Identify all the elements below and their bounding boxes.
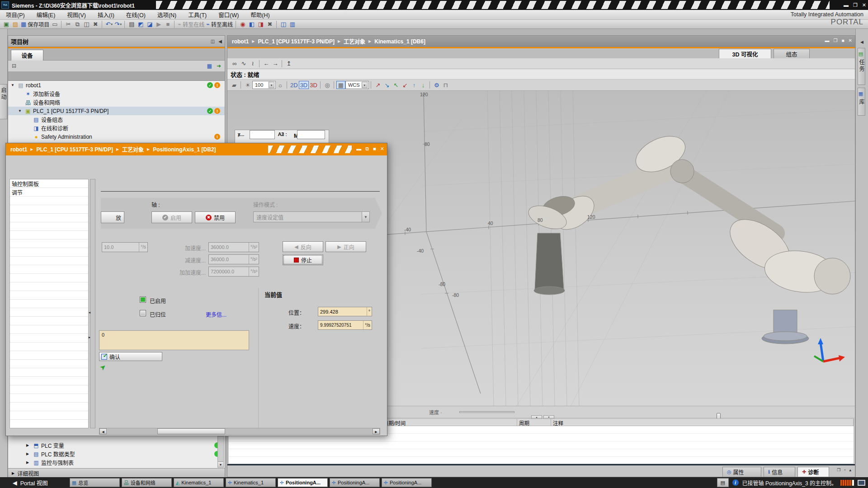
dialog-breadcrumb-item[interactable]: PLC_1 [CPU 1517TF-3 PN/DP] [37,146,113,153]
backward-button[interactable]: ◀ 反向 [283,241,323,252]
jerk-field[interactable]: 7200000.0°/s³ [208,267,259,277]
tab-configuration[interactable]: 组态 [774,49,810,58]
close-button[interactable]: ✕ [862,2,866,8]
table-column-header[interactable]: 注释 [551,419,854,426]
speed-slider[interactable] [459,411,514,413]
opmode-select[interactable]: 速度设定值 ▼ [253,211,370,222]
accel-field[interactable]: 36000.0°/s² [208,242,259,252]
menu-item[interactable]: 编辑(E) [31,10,61,19]
splitter-left-icon[interactable]: ◂ [89,310,90,314]
print-icon[interactable]: ▭ [50,20,59,28]
view-3d-icon[interactable]: 3D [299,81,309,89]
download-to-device-icon[interactable]: ◩ [136,20,145,28]
tree-item-device-config[interactable]: ▤ 设备组态 [8,115,225,124]
receive-alarms-icon[interactable]: ◨ [256,20,265,28]
new-project-icon[interactable]: ▣ [2,20,11,28]
collapse-right-icon[interactable]: ◀ [860,40,863,44]
gripper-icon[interactable]: ⊓ [441,81,450,89]
wcs-value-field[interactable] [250,130,275,139]
dlg-close-button[interactable]: ✕ [380,146,384,152]
nav-forward-icon[interactable]: → [271,60,280,68]
confirm-button[interactable]: 确认 [99,352,162,361]
sync-icon[interactable]: ➜ [217,63,221,69]
go-offline-button[interactable]: ⌁ 转至离线 [205,20,234,28]
sep3[interactable] [320,81,321,89]
enable-axis-button[interactable]: ✔ 启用 [151,211,192,223]
split-horizontal-icon[interactable]: ◫ [279,20,288,28]
enabled-checkbox[interactable] [140,296,146,303]
trace-signal-icon[interactable]: ∿ [239,60,248,68]
menu-item[interactable]: 项目(P) [0,10,31,19]
tab-3d-visualization[interactable]: 3D 可视化 [719,49,771,58]
nav-back-icon[interactable]: ← [262,60,271,68]
stop-button[interactable]: 停止 [283,254,323,265]
copy-icon[interactable]: ⧉ [73,20,82,28]
filter-icon[interactable]: ⊟ [12,63,16,69]
export-icon[interactable]: ↥ [284,60,293,68]
breadcrumb-item[interactable]: PLC_1 [CPU 1517TF-3 PN/DP] [258,38,335,45]
upload-from-device-icon[interactable]: ◪ [145,20,154,28]
doc-maximize-button[interactable]: ■ [842,38,844,43]
menu-item[interactable]: 工具(T) [182,10,212,19]
sep6[interactable] [429,81,430,89]
task-devices-networks[interactable]: 品 设备和网络 [122,478,172,487]
sep4[interactable] [174,21,175,28]
dialog-breadcrumb-item[interactable]: PositioningAxis_1 [DB2] [153,146,216,153]
camera-icon[interactable]: ▰ [230,81,239,89]
vtab-tasks[interactable]: ▤ 任务 [858,48,865,85]
splitter-down-icon[interactable]: ▼ [543,415,554,419]
doc-restore-button[interactable]: ❐ [834,38,838,43]
scroll-down-icon[interactable]: ▼ [218,461,223,467]
breadcrumb-item[interactable]: Kinematics_1 [DB6] [374,38,425,45]
scroll-left-icon[interactable]: ◀ [99,428,107,434]
decel-field[interactable]: 36000.0°/s² [208,254,259,264]
paste-icon[interactable]: ◫ [82,20,91,28]
dialog-breadcrumb-item[interactable]: robot1 [10,146,27,153]
dialog-nav-scrollbar[interactable] [90,179,95,428]
undo-icon[interactable]: ↶ ▾ [104,20,113,28]
tree-item-plc-datatypes[interactable]: ▶ ▤ PLC 数据类型 ● [8,450,225,458]
task-overview[interactable]: ▦ 总览 [70,478,120,487]
sep6[interactable] [276,21,277,28]
tree-item-safety-admin[interactable]: ● Safety Administration ! [8,132,225,141]
tree-item-watch-tables[interactable]: ▶ ▥ 监控与强制表 [8,458,225,467]
column-view-icon[interactable]: ▦ [207,63,212,69]
view-2d-icon[interactable]: 2D [289,81,299,89]
zoom-select[interactable]: 100 ▾ [252,81,276,89]
velocity-setpoint-field[interactable]: 10.0°/s [102,242,148,252]
inspector-window-button[interactable]: ❐ [837,468,840,472]
stop-cpu-icon[interactable]: ■ [163,20,172,28]
show-window-icon[interactable]: ◧ [247,20,256,28]
online-diagnostics-icon[interactable]: ◉ [238,20,247,28]
minimize-button[interactable]: ▬ [844,2,849,8]
view-axis-x-icon[interactable]: ↗ [373,81,382,89]
breadcrumb-item[interactable]: robot1 [232,38,249,45]
zoom-100-icon[interactable]: ◎ [323,81,332,89]
grid-icon[interactable]: ▦ [336,81,345,89]
tab-devices[interactable]: 设备 [11,50,43,61]
task-positioning-3[interactable]: ✛ PositioningA... [382,478,432,487]
inspector-window-button[interactable]: ▫ [844,468,845,472]
tree-item-devices-networks[interactable]: 品 设备和网络 [8,98,225,107]
close-connection-icon[interactable]: ✖ [265,20,274,28]
view-axis-neg-x-icon[interactable]: ↙ [401,81,410,89]
menu-item[interactable]: 在线(O) [120,10,151,19]
tab-diagnostics[interactable]: ✚ 诊断 [797,467,829,477]
mcs-value-field[interactable] [297,130,325,139]
view-axis-top-icon[interactable]: ↑ [410,81,419,89]
dialog-hscrollbar[interactable]: ◀ ▶ [99,428,380,435]
task-positioning-1[interactable]: ✛ PositioningA... [278,478,328,487]
view-3d-marker-icon[interactable]: 3D [309,81,318,89]
view-axis-z-icon[interactable]: ↖ [392,81,401,89]
vtab-libraries[interactable]: ▦ 库 [858,88,865,116]
monitor-all-icon[interactable]: ∞ [230,60,239,68]
sep5[interactable] [371,81,372,89]
redo-icon[interactable]: ↷ ▾ [113,20,123,28]
sep1[interactable] [241,81,241,89]
open-project-icon[interactable]: ▨ [11,20,20,28]
doc-close-button[interactable]: ✕ [849,38,852,43]
detail-view-bar[interactable]: ▶ 详细视图 [8,468,225,478]
split-vertical-icon[interactable]: ▥ [288,20,297,28]
start-cpu-icon[interactable]: ▶ [154,20,163,28]
save-project-button[interactable]: ▦ 保存项目 [20,20,50,28]
